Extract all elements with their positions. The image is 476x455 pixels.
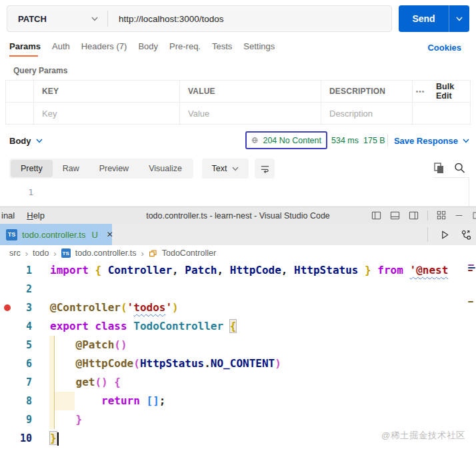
toggle-sidebar-icon[interactable] <box>371 211 381 221</box>
menu-terminal-partial[interactable]: inal <box>1 211 15 221</box>
send-button[interactable]: Send <box>399 5 449 32</box>
run-icon[interactable] <box>439 229 451 240</box>
chevron-right-icon: › <box>53 248 56 258</box>
breadcrumb-file[interactable]: todo.controller.ts <box>75 248 137 258</box>
value-input[interactable]: Value <box>179 103 321 124</box>
method-select[interactable]: PATCH <box>7 14 107 24</box>
table-header-row: KEY VALUE DESCRIPTION ••• Bulk Edit <box>6 81 470 103</box>
format-select[interactable]: Text <box>202 159 249 179</box>
tab-settings[interactable]: Settings <box>243 41 275 57</box>
code-editor[interactable]: 12345678910 import { Controller, Patch, … <box>0 261 476 455</box>
run-and-debug-icon[interactable] <box>461 229 472 240</box>
vscode-tabbar: TS todo.controller.ts U ✕ <box>0 224 476 245</box>
code-line[interactable]: @Patch() <box>50 336 467 354</box>
description-input[interactable]: Description <box>321 103 412 124</box>
line-number[interactable]: 6 <box>0 354 33 373</box>
breadcrumb-class[interactable]: TodoController <box>162 248 216 258</box>
line-number[interactable]: 2 <box>0 280 33 298</box>
code-token: export <box>50 320 89 332</box>
code-token: get <box>76 376 95 388</box>
tab-filename: todo.controller.ts <box>22 230 85 240</box>
line-number[interactable]: 9 <box>0 410 33 429</box>
close-icon[interactable]: ✕ <box>107 230 113 239</box>
code-line[interactable]: export class TodoController { <box>50 317 467 336</box>
tab-auth[interactable]: Auth <box>52 41 70 57</box>
code-token: todos <box>133 301 165 314</box>
code-token: { <box>95 264 101 276</box>
code-token: } <box>365 264 371 276</box>
maximize-icon[interactable] <box>472 211 476 220</box>
tab-body[interactable]: Body <box>138 41 158 57</box>
save-response-button[interactable]: Save Response <box>394 136 469 146</box>
response-body-select[interactable]: Body <box>9 136 43 146</box>
tab-pre-request[interactable]: Pre-req. <box>169 41 201 57</box>
breadcrumb-todo[interactable]: todo <box>33 248 49 258</box>
breakpoint-icon[interactable] <box>4 304 11 311</box>
view-preview[interactable]: Preview <box>89 160 139 177</box>
code-line[interactable]: return []; <box>50 392 467 410</box>
code-token: HttpStatus <box>140 357 204 370</box>
code-line[interactable] <box>50 280 467 298</box>
menu-help[interactable]: Help <box>27 211 45 221</box>
breadcrumb-src[interactable]: src <box>9 248 21 258</box>
divider <box>427 227 428 242</box>
code-line[interactable]: get() { <box>50 373 467 392</box>
code-token: ) <box>172 301 179 314</box>
response-view-tabs: Pretty Raw Preview Visualize <box>9 159 193 179</box>
code-token: ' <box>127 301 134 314</box>
key-input[interactable]: Key <box>33 103 179 124</box>
search-button[interactable] <box>454 162 465 177</box>
scrollbar[interactable] <box>469 177 469 207</box>
view-raw[interactable]: Raw <box>53 160 89 177</box>
minimap[interactable] <box>467 261 476 455</box>
column-description: DESCRIPTION <box>321 81 412 102</box>
copy-button[interactable] <box>433 162 445 177</box>
send-options-button[interactable] <box>449 5 469 32</box>
toggle-secondary-sidebar-icon[interactable] <box>409 211 419 221</box>
code-token <box>50 413 76 426</box>
code-line[interactable]: @HttpCode(HttpStatus.NO_CONTENT) <box>50 354 467 373</box>
text-cursor <box>57 432 59 446</box>
code-line[interactable]: import { Controller, Patch, HttpCode, Ht… <box>50 261 467 280</box>
line-number[interactable]: 4 <box>0 317 33 336</box>
view-pretty[interactable]: Pretty <box>11 160 53 177</box>
wrap-lines-button[interactable] <box>255 159 275 179</box>
toggle-panel-icon[interactable] <box>390 211 400 221</box>
code-token: () <box>95 376 107 388</box>
cookies-link[interactable]: Cookies <box>427 43 461 53</box>
code-token: Patch <box>185 264 217 276</box>
code-token: ' <box>165 301 172 314</box>
line-number[interactable]: 5 <box>0 336 33 354</box>
code-token: , <box>217 264 229 276</box>
search-icon <box>454 162 465 174</box>
typescript-file-icon: TS <box>61 248 71 258</box>
code-content[interactable]: import { Controller, Patch, HttpCode, Ht… <box>50 261 467 448</box>
line-number[interactable]: 1 <box>0 261 33 280</box>
line-number[interactable]: 3 <box>0 298 33 317</box>
copy-icon <box>433 162 445 174</box>
code-line[interactable]: @Controller('todos') <box>50 298 467 317</box>
code-line[interactable]: } <box>50 410 467 429</box>
line-number[interactable]: 10 <box>0 429 33 448</box>
response-line-number: 1 <box>20 187 33 197</box>
minimize-icon[interactable] <box>455 211 463 220</box>
tab-tests[interactable]: Tests <box>212 41 232 57</box>
line-number[interactable]: 7 <box>0 373 33 392</box>
editor-tab-todo-controller[interactable]: TS todo.controller.ts U ✕ <box>0 224 112 245</box>
row-end-cell <box>428 103 470 124</box>
tab-params[interactable]: Params <box>9 41 41 57</box>
row-more-cell <box>412 103 428 124</box>
tab-headers[interactable]: Headers (7) <box>81 41 127 57</box>
typescript-file-icon: TS <box>6 229 17 240</box>
code-token <box>101 264 108 276</box>
line-number[interactable]: 8 <box>0 392 33 410</box>
customize-layout-icon[interactable] <box>437 211 446 220</box>
row-select[interactable] <box>6 103 33 124</box>
code-token: [] <box>147 394 159 407</box>
url-input[interactable]: http://localhost:3000/todos <box>108 14 224 24</box>
more-options-icon[interactable]: ••• <box>412 81 428 102</box>
code-token <box>140 394 147 407</box>
bulk-edit-button[interactable]: Bulk Edit <box>428 81 470 102</box>
editor-gutter[interactable]: 12345678910 <box>0 261 33 448</box>
view-visualize[interactable]: Visualize <box>139 160 192 177</box>
